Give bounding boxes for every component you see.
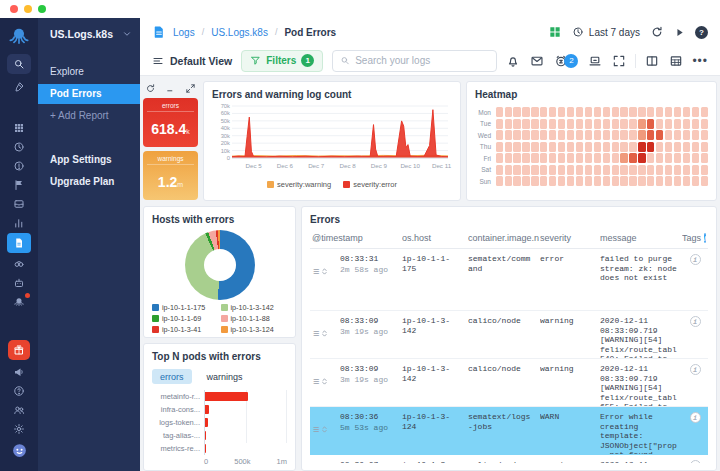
- heatmap-cell[interactable]: [656, 153, 663, 163]
- breadcrumb-app[interactable]: US.Logs.k8s: [211, 27, 268, 38]
- heatmap-cell[interactable]: [647, 119, 654, 129]
- col-severity[interactable]: severity: [540, 233, 600, 243]
- heatmap-cell[interactable]: [665, 153, 672, 163]
- heatmap-cell[interactable]: [558, 130, 565, 140]
- col-os-host[interactable]: os.host: [402, 233, 468, 243]
- heatmap-cell[interactable]: [620, 119, 627, 129]
- heatmap-cell[interactable]: [647, 165, 654, 175]
- heatmap-cell[interactable]: [674, 119, 681, 129]
- heatmap-cell[interactable]: [522, 130, 529, 140]
- row-info-icon[interactable]: i: [690, 460, 701, 463]
- donut-legend-item[interactable]: ip-10-1-3-124: [221, 325, 288, 334]
- row-sort-icon[interactable]: [320, 329, 329, 338]
- heatmap-cell[interactable]: [612, 176, 619, 186]
- search-input[interactable]: [355, 55, 489, 66]
- heatmap-cell[interactable]: [567, 119, 574, 129]
- heatmap-cell[interactable]: [505, 107, 512, 117]
- bar[interactable]: [205, 431, 206, 440]
- col-tags[interactable]: Tagsi: [682, 233, 708, 243]
- logo-icon[interactable]: [7, 23, 31, 49]
- donut-legend-item[interactable]: ip-10-1-1-88: [221, 314, 288, 323]
- heatmap-cell[interactable]: [567, 107, 574, 117]
- octopus-icon[interactable]: [7, 293, 31, 310]
- heatmap-cell[interactable]: [647, 107, 654, 117]
- row-sort-icon[interactable]: [320, 425, 329, 434]
- heatmap-cell[interactable]: [683, 165, 690, 175]
- heatmap-cell[interactable]: [505, 130, 512, 140]
- close-window-button[interactable]: [10, 5, 18, 13]
- tab-warnings[interactable]: warnings: [199, 369, 251, 384]
- heatmap-cell[interactable]: [576, 176, 583, 186]
- row-sort-icon[interactable]: [320, 267, 329, 276]
- heatmap-cell[interactable]: [585, 130, 592, 140]
- heatmap-cell[interactable]: [656, 107, 663, 117]
- heatmap-cell[interactable]: [665, 142, 672, 152]
- heatmap-cell[interactable]: [513, 107, 520, 117]
- row-drag-handle[interactable]: ≡: [310, 374, 340, 388]
- heatmap-cell[interactable]: [692, 142, 699, 152]
- heatmap-cell[interactable]: [531, 153, 538, 163]
- heatmap-cell[interactable]: [683, 176, 690, 186]
- heatmap-cell[interactable]: [629, 165, 636, 175]
- heatmap-cell[interactable]: [594, 176, 601, 186]
- expand-icon[interactable]: [612, 54, 626, 68]
- heatmap-cell[interactable]: [513, 119, 520, 129]
- heatmap-cell[interactable]: [540, 142, 547, 152]
- heatmap-cell[interactable]: [585, 107, 592, 117]
- refresh-icon[interactable]: [650, 25, 664, 39]
- heatmap-cell[interactable]: [505, 153, 512, 163]
- heatmap-cell[interactable]: [656, 176, 663, 186]
- heatmap-cell[interactable]: [496, 130, 503, 140]
- heatmap-cell[interactable]: [567, 142, 574, 152]
- megaphone-icon[interactable]: [7, 363, 31, 380]
- heatmap-cell[interactable]: [540, 165, 547, 175]
- heatmap-cell[interactable]: [701, 165, 708, 175]
- heatmap-cell[interactable]: [620, 153, 627, 163]
- heatmap-cell[interactable]: [594, 107, 601, 117]
- refresh-panel-icon[interactable]: [145, 83, 156, 94]
- row-info-icon[interactable]: i: [690, 364, 701, 375]
- heatmap-cell[interactable]: [683, 153, 690, 163]
- alert-icon[interactable]: [7, 157, 31, 174]
- heatmap-cell[interactable]: [701, 119, 708, 129]
- grid-icon[interactable]: [7, 119, 31, 136]
- search-icon[interactable]: [7, 54, 31, 74]
- heatmap-cell[interactable]: [692, 119, 699, 129]
- heatmap-cell[interactable]: [531, 119, 538, 129]
- heatmap-cell[interactable]: [576, 165, 583, 175]
- heatmap-cell[interactable]: [656, 165, 663, 175]
- log-table-row[interactable]: ≡08:30:076m 22s agoip-10-1-3-142calico/n…: [310, 455, 708, 463]
- donut-legend-item[interactable]: ip-10-1-3-41: [152, 325, 219, 334]
- clock-icon[interactable]: [7, 138, 31, 155]
- heatmap-cell[interactable]: [540, 107, 547, 117]
- heatmap-cell[interactable]: [540, 119, 547, 129]
- layout-split-icon[interactable]: [645, 54, 659, 68]
- compare-icon[interactable]: [7, 255, 31, 272]
- heatmap-cell[interactable]: [576, 107, 583, 117]
- heatmap-cell[interactable]: [656, 130, 663, 140]
- logs-doc-icon[interactable]: [7, 233, 31, 253]
- expand-panel-icon[interactable]: [185, 83, 196, 94]
- heatmap-cell[interactable]: [701, 142, 708, 152]
- heatmap-cell[interactable]: [683, 107, 690, 117]
- row-info-icon[interactable]: i: [690, 254, 701, 265]
- bar[interactable]: [205, 418, 208, 427]
- robot-icon[interactable]: [7, 274, 31, 291]
- heatmap-cell[interactable]: [656, 142, 663, 152]
- heatmap-cell[interactable]: [567, 130, 574, 140]
- heatmap-cell[interactable]: [585, 142, 592, 152]
- row-info-icon[interactable]: i: [690, 412, 701, 423]
- row-sort-icon[interactable]: [320, 377, 329, 386]
- heatmap-cell[interactable]: [594, 165, 601, 175]
- heatmap-cell[interactable]: [594, 130, 601, 140]
- col-container-image[interactable]: container.image.n: [468, 233, 540, 243]
- rocket-icon[interactable]: [7, 78, 31, 95]
- heatmap-cell[interactable]: [612, 107, 619, 117]
- heatmap-cell[interactable]: [585, 153, 592, 163]
- heatmap-cell[interactable]: [638, 165, 645, 175]
- filters-button[interactable]: Filters 1: [241, 50, 323, 72]
- heatmap-cell[interactable]: [674, 107, 681, 117]
- chatbot-icon[interactable]: [7, 439, 31, 461]
- heatmap-cell[interactable]: [603, 165, 610, 175]
- heatmap-cell[interactable]: [603, 176, 610, 186]
